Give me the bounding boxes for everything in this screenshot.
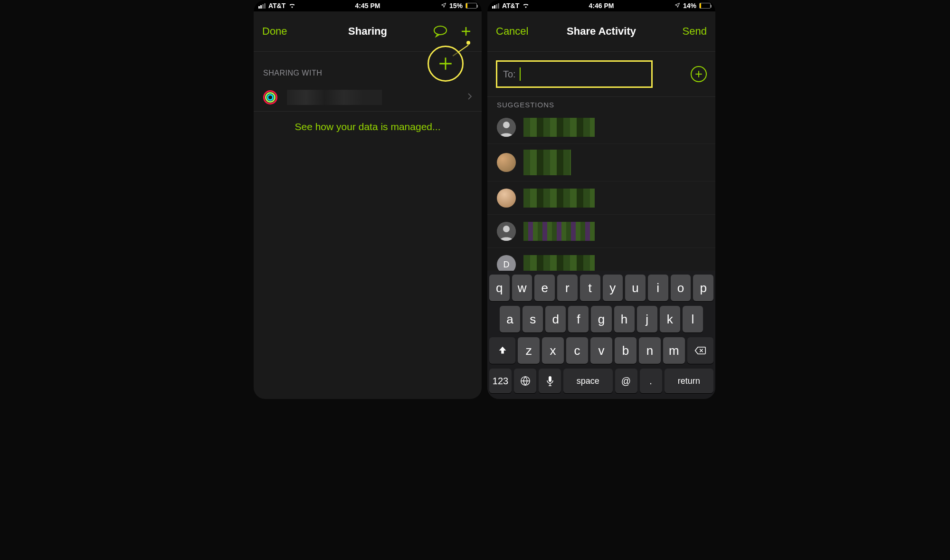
key-dot[interactable]: .: [640, 369, 662, 393]
key-m[interactable]: m: [663, 337, 685, 364]
kb-row-4: 123 space @ . return: [489, 369, 713, 393]
section-header-suggestions: SUGGESTIONS: [487, 97, 715, 111]
page-title: Sharing: [348, 25, 387, 38]
key-a[interactable]: a: [500, 306, 520, 332]
key-k[interactable]: k: [660, 306, 680, 332]
suggestion-row[interactable]: [487, 144, 715, 181]
avatar-photo: [497, 189, 516, 208]
key-b[interactable]: b: [615, 337, 636, 364]
add-contact-button[interactable]: [691, 66, 707, 82]
key-s[interactable]: s: [522, 306, 543, 332]
key-l[interactable]: l: [683, 306, 703, 332]
avatar-photo: [497, 153, 516, 172]
key-g[interactable]: g: [591, 306, 611, 332]
suggestion-row[interactable]: [487, 215, 715, 248]
navbar: Cancel Share Activity Send: [487, 11, 715, 52]
carrier-label: AT&T: [268, 2, 285, 9]
key-return[interactable]: return: [665, 369, 713, 393]
contact-name-redacted: [523, 189, 595, 208]
carrier-label: AT&T: [502, 2, 519, 9]
key-t[interactable]: t: [580, 275, 600, 301]
to-label: To:: [503, 69, 516, 80]
kb-row-2: a s d f g h j k l: [489, 306, 713, 332]
battery-pct: 15%: [449, 2, 463, 9]
key-n[interactable]: n: [639, 337, 661, 364]
svg-point-0: [434, 26, 446, 35]
key-w[interactable]: w: [512, 275, 532, 301]
kb-row-1: q w e r t y u i o p: [489, 275, 713, 301]
contact-name-redacted: [523, 222, 595, 241]
screenshots-container: AT&T 4:45 PM 15% Done Sharing: [254, 0, 715, 399]
suggestion-row[interactable]: [487, 111, 715, 144]
avatar-silhouette: [497, 118, 516, 137]
key-p[interactable]: p: [693, 275, 713, 301]
battery-icon: [466, 3, 477, 9]
status-bar: AT&T 4:46 PM 14%: [487, 0, 715, 11]
key-h[interactable]: h: [614, 306, 635, 332]
contact-name-redacted: [523, 150, 571, 175]
callout-dot: [466, 41, 470, 45]
wifi-icon: [288, 2, 296, 9]
signal-icon: [492, 3, 499, 9]
key-i[interactable]: i: [648, 275, 668, 301]
key-x[interactable]: x: [542, 337, 564, 364]
add-button[interactable]: [459, 24, 473, 38]
kb-row-3: z x c v b n m: [489, 337, 713, 364]
page-title: Share Activity: [567, 25, 636, 38]
cancel-button[interactable]: Cancel: [496, 25, 528, 38]
key-r[interactable]: r: [557, 275, 578, 301]
location-icon: [441, 2, 446, 9]
key-j[interactable]: j: [637, 306, 657, 332]
phone-1-sharing: AT&T 4:45 PM 15% Done Sharing: [254, 0, 482, 399]
to-input[interactable]: To:: [496, 60, 653, 88]
phone-2-share-activity: AT&T 4:46 PM 14% Cancel Share Activity S…: [487, 0, 715, 399]
wifi-icon: [522, 2, 530, 9]
suggestion-row[interactable]: [487, 181, 715, 215]
done-button[interactable]: Done: [262, 25, 287, 38]
text-cursor: [520, 67, 521, 81]
messages-icon[interactable]: [433, 24, 447, 38]
battery-pct: 14%: [683, 2, 696, 9]
status-bar: AT&T 4:45 PM 15%: [254, 0, 482, 11]
key-at[interactable]: @: [615, 369, 637, 393]
key-o[interactable]: o: [671, 275, 691, 301]
key-globe[interactable]: [514, 369, 536, 393]
svg-point-4: [503, 226, 510, 232]
data-managed-link[interactable]: See how your data is managed...: [254, 112, 482, 142]
key-d[interactable]: d: [545, 306, 566, 332]
svg-point-2: [503, 122, 510, 128]
avatar-silhouette: [497, 222, 516, 241]
shared-contact-row[interactable]: [254, 83, 482, 112]
activity-rings-icon: [263, 90, 277, 104]
to-field-row: To:: [487, 52, 715, 97]
send-button[interactable]: Send: [683, 25, 707, 38]
key-shift[interactable]: [489, 337, 515, 364]
clock: 4:45 PM: [355, 2, 380, 9]
svg-rect-6: [549, 376, 551, 382]
keyboard: q w e r t y u i o p a s d f g h j k l: [487, 271, 715, 399]
key-dictation[interactable]: [539, 369, 561, 393]
key-space[interactable]: space: [563, 369, 612, 393]
location-icon: [674, 2, 680, 9]
contact-name-redacted: [287, 90, 382, 105]
chevron-right-icon: [467, 93, 472, 102]
battery-icon: [699, 3, 711, 9]
key-e[interactable]: e: [534, 275, 555, 301]
key-u[interactable]: u: [625, 275, 646, 301]
key-f[interactable]: f: [568, 306, 589, 332]
key-123[interactable]: 123: [489, 369, 512, 393]
key-z[interactable]: z: [518, 337, 540, 364]
clock: 4:46 PM: [589, 2, 614, 9]
contact-name-redacted: [523, 118, 595, 137]
signal-icon: [258, 3, 266, 9]
callout-circle: [428, 46, 464, 82]
key-y[interactable]: y: [603, 275, 623, 301]
key-q[interactable]: q: [489, 275, 510, 301]
key-c[interactable]: c: [566, 337, 588, 364]
key-delete[interactable]: [687, 337, 713, 364]
key-v[interactable]: v: [590, 337, 612, 364]
